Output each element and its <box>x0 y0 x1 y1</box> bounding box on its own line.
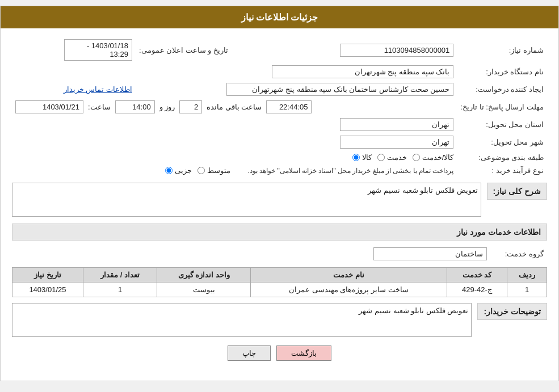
radio-partial[interactable] <box>165 167 173 174</box>
print-button[interactable]: چاپ <box>228 345 271 361</box>
partial-label: جزیی <box>175 166 192 175</box>
need-number-input: 1103094858000001 <box>340 44 453 57</box>
notice-text: پرداخت تمام یا بخشی از مبلغ خریدار محل "… <box>247 167 453 175</box>
col-code: کد خدمت <box>447 268 507 283</box>
city-input: تهران <box>340 136 453 149</box>
col-row-num: ردیف <box>507 268 547 283</box>
response-date: 1403/01/21 <box>15 100 83 113</box>
date-input: 1403/01/18 - 13:29 <box>64 39 132 61</box>
page-wrapper: جزئیات اطلاعات نیاز شماره نیاز: 11030948… <box>0 6 559 381</box>
page-header: جزئیات اطلاعات نیاز <box>1 6 558 28</box>
row-creator: ایجاد کننده درخواست: حسین صحت کارشناس سا… <box>12 81 547 98</box>
services-table: ردیف کد خدمت نام خدمت واحد اندازه گیری ت… <box>12 267 547 297</box>
radio-partial-item: جزیی <box>165 166 192 175</box>
remaining-label: ساعت باقی مانده <box>207 103 262 111</box>
response-time: 14:00 <box>115 100 155 113</box>
station-value: بانک سپه منطقه پنج شهرتهران <box>12 63 457 81</box>
date-value: 1403/01/18 - 13:29 <box>12 37 136 63</box>
cell-qty: 1 <box>83 283 157 297</box>
radio-goods-service[interactable] <box>413 154 420 161</box>
radio-service[interactable] <box>377 154 385 161</box>
creator-value: حسین صحت کارشناس ساختمان بانک سپه منطقه … <box>136 81 457 98</box>
city-value: تهران <box>12 133 457 151</box>
description-box-wrapper: تعویض فلکس تابلو شعبه نسیم شهر <box>12 183 481 217</box>
col-date: تاریخ نیاز <box>12 268 83 283</box>
radio-goods-service-item: کالا/خدمت <box>413 153 454 162</box>
row-category: طبقه بندی موضوعی: کالا/خدمت خدمت <box>12 151 547 164</box>
category-label: طبقه بندی موضوعی: <box>457 151 547 164</box>
station-label: نام دستگاه خریدار: <box>457 63 547 81</box>
row-response-deadline: مهلت ارسال پاسخ: تا تاریخ: 22:44:05 ساعت… <box>12 98 547 116</box>
row-service-group: گروه خدمت: ساختمان <box>12 245 547 263</box>
buyer-desc-label: توضیحات خریدار: <box>477 303 547 320</box>
row-purchase-station: نام دستگاه خریدار: بانک سپه منطقه پنج شه… <box>12 63 547 81</box>
purchase-type-label: نوع فرآیند خرید : <box>457 164 547 177</box>
goods-service-label: کالا/خدمت <box>422 153 454 162</box>
creator-label: ایجاد کننده درخواست: <box>457 81 547 98</box>
service-group-value: ساختمان <box>12 245 490 263</box>
page-title: جزئیات اطلاعات نیاز <box>241 12 318 22</box>
date-label: تاریخ و ساعت اعلان عمومی: <box>136 37 232 63</box>
description-section: شرح کلی نیاز: تعویض فلکس تابلو شعبه نسیم… <box>12 183 547 217</box>
response-label: مهلت ارسال پاسخ: تا تاریخ: <box>457 98 547 116</box>
need-number-label: شماره نیاز: <box>457 37 547 63</box>
contact-link[interactable]: اطلاعات تماس خریدار <box>64 85 132 94</box>
row-need-number: شماره نیاز: 1103094858000001 تاریخ و ساع… <box>12 37 547 63</box>
row-city: شهر محل تحویل: تهران <box>12 133 547 151</box>
radio-medium-item: متوسط <box>197 166 230 175</box>
description-section-title: شرح کلی نیاز: <box>487 183 547 200</box>
col-qty: تعداد / مقدار <box>83 268 157 283</box>
services-section-title: اطلاعات خدمات مورد نیاز <box>12 224 547 241</box>
station-input: بانک سپه منطقه پنج شهرتهران <box>272 65 453 78</box>
remaining-time: 22:44:05 <box>266 100 312 113</box>
province-input: تهران <box>340 118 453 131</box>
goods-label: کالا <box>362 153 372 162</box>
need-number-value: 1103094858000001 <box>232 37 457 63</box>
radio-goods-item: کالا <box>352 153 372 162</box>
table-header-row: ردیف کد خدمت نام خدمت واحد اندازه گیری ت… <box>12 268 547 283</box>
buyer-desc-box: تعویض فلکس تابلو شعبه نسیم شهر <box>12 303 472 337</box>
province-label: استان محل تحویل: <box>457 116 547 133</box>
time-label: ساعت: <box>88 103 111 111</box>
footer-buttons: بازگشت چاپ <box>12 337 547 372</box>
cell-code: ج-42-429 <box>447 283 507 297</box>
cell-date: 1403/01/25 <box>12 283 83 297</box>
buyer-desc-box-wrapper: تعویض فلکس تابلو شعبه نسیم شهر <box>12 303 472 337</box>
description-box: تعویض فلکس تابلو شعبه نسیم شهر <box>12 183 481 217</box>
medium-label: متوسط <box>207 166 230 175</box>
radio-goods[interactable] <box>352 154 360 161</box>
services-form: گروه خدمت: ساختمان <box>12 245 547 263</box>
content-area: شماره نیاز: 1103094858000001 تاریخ و ساع… <box>1 28 558 381</box>
radio-service-item: خدمت <box>377 153 407 162</box>
cell-unit: بیوست <box>157 283 251 297</box>
row-province: استان محل تحویل: تهران <box>12 116 547 133</box>
days-label: روز و <box>159 103 175 111</box>
service-group-input: ساختمان <box>373 247 487 260</box>
service-group-label: گروه خدمت: <box>490 245 547 263</box>
city-label: شهر محل تحویل: <box>457 133 547 151</box>
row-purchase-type: نوع فرآیند خرید : پرداخت تمام یا بخشی از… <box>12 164 547 177</box>
cell-name: ساخت سایر پروژه‌های مهندسی عمران <box>250 283 447 297</box>
cell-row-num: 1 <box>507 283 547 297</box>
back-button[interactable]: بازگشت <box>276 345 331 361</box>
purchase-type-area: پرداخت تمام یا بخشی از مبلغ خریدار محل "… <box>12 164 457 177</box>
contact-link-cell: اطلاعات تماس خریدار <box>12 81 136 98</box>
buyer-description-section: توضیحات خریدار: تعویض فلکس تابلو شعبه نس… <box>12 303 547 337</box>
creator-input: حسین صحت کارشناس ساختمان بانک سپه منطقه … <box>226 83 453 96</box>
main-form: شماره نیاز: 1103094858000001 تاریخ و ساع… <box>12 37 547 177</box>
category-radios: کالا/خدمت خدمت کالا <box>12 151 457 164</box>
col-name: نام خدمت <box>250 268 447 283</box>
province-value: تهران <box>12 116 457 133</box>
radio-medium[interactable] <box>197 167 205 174</box>
service-label: خدمت <box>387 153 407 162</box>
col-unit: واحد اندازه گیری <box>157 268 251 283</box>
response-value: 22:44:05 ساعت باقی مانده 2 روز و 14:00 س… <box>12 98 457 116</box>
table-row: 1 ج-42-429 ساخت سایر پروژه‌های مهندسی عم… <box>12 283 547 297</box>
response-days: 2 <box>179 100 202 113</box>
